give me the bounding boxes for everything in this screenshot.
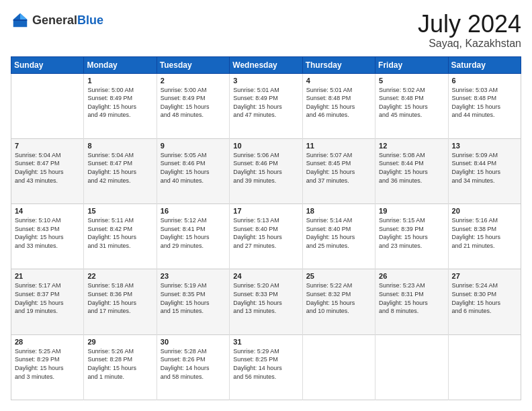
calendar-cell: 6Sunrise: 5:03 AM Sunset: 8:48 PM Daylig…: [448, 73, 521, 138]
calendar-cell: 19Sunrise: 5:15 AM Sunset: 8:39 PM Dayli…: [375, 204, 448, 269]
day-info: Sunrise: 5:07 AM Sunset: 8:45 PM Dayligh…: [306, 151, 371, 185]
calendar-cell: 11Sunrise: 5:07 AM Sunset: 8:45 PM Dayli…: [302, 138, 375, 203]
calendar-cell: 23Sunrise: 5:19 AM Sunset: 8:35 PM Dayli…: [157, 269, 229, 334]
logo-general: General: [32, 13, 77, 27]
calendar-cell: 16Sunrise: 5:12 AM Sunset: 8:41 PM Dayli…: [157, 204, 229, 269]
day-number: 3: [233, 77, 298, 85]
day-number: 13: [452, 142, 517, 150]
day-number: 6: [452, 77, 517, 85]
day-number: 2: [161, 77, 226, 85]
calendar-cell: 29Sunrise: 5:26 AM Sunset: 8:28 PM Dayli…: [84, 334, 157, 400]
day-number: 11: [306, 142, 371, 150]
day-info: Sunrise: 5:08 AM Sunset: 8:44 PM Dayligh…: [379, 151, 444, 185]
col-thursday: Thursday: [302, 56, 375, 73]
logo-icon: [11, 11, 30, 30]
day-info: Sunrise: 5:29 AM Sunset: 8:25 PM Dayligh…: [233, 347, 298, 381]
calendar-cell: 1Sunrise: 5:00 AM Sunset: 8:49 PM Daylig…: [84, 73, 157, 138]
calendar-cell: 21Sunrise: 5:17 AM Sunset: 8:37 PM Dayli…: [11, 269, 84, 334]
day-info: Sunrise: 5:20 AM Sunset: 8:33 PM Dayligh…: [233, 281, 298, 315]
day-info: Sunrise: 5:14 AM Sunset: 8:40 PM Dayligh…: [306, 216, 371, 250]
calendar-cell: 15Sunrise: 5:11 AM Sunset: 8:42 PM Dayli…: [84, 204, 157, 269]
day-number: 28: [15, 338, 80, 346]
day-number: 29: [87, 338, 152, 346]
calendar-cell: 3Sunrise: 5:01 AM Sunset: 8:49 PM Daylig…: [230, 73, 302, 138]
calendar-cell: [302, 334, 375, 400]
day-number: 25: [306, 272, 371, 280]
calendar-cell: 4Sunrise: 5:01 AM Sunset: 8:48 PM Daylig…: [302, 73, 375, 138]
day-number: 24: [233, 272, 298, 280]
day-number: 26: [379, 272, 444, 280]
day-number: 4: [306, 77, 371, 85]
col-friday: Friday: [375, 56, 448, 73]
day-info: Sunrise: 5:25 AM Sunset: 8:29 PM Dayligh…: [15, 347, 80, 381]
day-number: 17: [233, 207, 298, 215]
calendar-cell: [375, 334, 448, 400]
day-info: Sunrise: 5:24 AM Sunset: 8:30 PM Dayligh…: [452, 281, 517, 315]
header: GeneralBlue July 2024 Sayaq, Kazakhstan: [11, 11, 521, 50]
page: GeneralBlue July 2024 Sayaq, Kazakhstan …: [0, 0, 532, 411]
logo-blue: Blue: [77, 13, 103, 27]
day-number: 14: [15, 207, 80, 215]
day-info: Sunrise: 5:10 AM Sunset: 8:43 PM Dayligh…: [15, 216, 80, 250]
calendar-cell: 8Sunrise: 5:04 AM Sunset: 8:47 PM Daylig…: [84, 138, 157, 203]
calendar-cell: [11, 73, 84, 138]
day-number: 30: [161, 338, 226, 346]
location: Sayaq, Kazakhstan: [418, 38, 521, 50]
title-block: July 2024 Sayaq, Kazakhstan: [418, 11, 521, 50]
day-info: Sunrise: 5:26 AM Sunset: 8:28 PM Dayligh…: [87, 347, 152, 381]
calendar-cell: 20Sunrise: 5:16 AM Sunset: 8:38 PM Dayli…: [448, 204, 521, 269]
month-year: July 2024: [418, 11, 521, 38]
calendar-cell: 17Sunrise: 5:13 AM Sunset: 8:40 PM Dayli…: [230, 204, 302, 269]
calendar-cell: 5Sunrise: 5:02 AM Sunset: 8:48 PM Daylig…: [375, 73, 448, 138]
week-row-4: 21Sunrise: 5:17 AM Sunset: 8:37 PM Dayli…: [11, 269, 521, 334]
day-number: 27: [452, 272, 517, 280]
day-number: 21: [15, 272, 80, 280]
calendar-cell: 30Sunrise: 5:28 AM Sunset: 8:26 PM Dayli…: [157, 334, 229, 400]
col-monday: Monday: [84, 56, 157, 73]
calendar-cell: 28Sunrise: 5:25 AM Sunset: 8:29 PM Dayli…: [11, 334, 84, 400]
day-number: 22: [87, 272, 152, 280]
col-sunday: Sunday: [11, 56, 84, 73]
day-info: Sunrise: 5:03 AM Sunset: 8:48 PM Dayligh…: [452, 86, 517, 120]
day-info: Sunrise: 5:12 AM Sunset: 8:41 PM Dayligh…: [161, 216, 226, 250]
day-number: 9: [161, 142, 226, 150]
day-info: Sunrise: 5:18 AM Sunset: 8:36 PM Dayligh…: [87, 281, 152, 315]
calendar-cell: 24Sunrise: 5:20 AM Sunset: 8:33 PM Dayli…: [230, 269, 302, 334]
calendar-cell: 31Sunrise: 5:29 AM Sunset: 8:25 PM Dayli…: [230, 334, 302, 400]
day-info: Sunrise: 5:04 AM Sunset: 8:47 PM Dayligh…: [87, 151, 152, 185]
day-number: 12: [379, 142, 444, 150]
calendar-cell: 2Sunrise: 5:00 AM Sunset: 8:49 PM Daylig…: [157, 73, 229, 138]
day-number: 19: [379, 207, 444, 215]
day-info: Sunrise: 5:23 AM Sunset: 8:31 PM Dayligh…: [379, 281, 444, 315]
day-number: 31: [233, 338, 298, 346]
day-info: Sunrise: 5:01 AM Sunset: 8:48 PM Dayligh…: [306, 86, 371, 120]
day-info: Sunrise: 5:09 AM Sunset: 8:44 PM Dayligh…: [452, 151, 517, 185]
day-info: Sunrise: 5:22 AM Sunset: 8:32 PM Dayligh…: [306, 281, 371, 315]
logo-text: GeneralBlue: [32, 13, 103, 28]
day-info: Sunrise: 5:00 AM Sunset: 8:49 PM Dayligh…: [161, 86, 226, 120]
day-info: Sunrise: 5:28 AM Sunset: 8:26 PM Dayligh…: [161, 347, 226, 381]
calendar-cell: 26Sunrise: 5:23 AM Sunset: 8:31 PM Dayli…: [375, 269, 448, 334]
day-number: 18: [306, 207, 371, 215]
svg-marker-1: [20, 13, 27, 19]
day-number: 20: [452, 207, 517, 215]
week-row-5: 28Sunrise: 5:25 AM Sunset: 8:29 PM Dayli…: [11, 334, 521, 400]
day-info: Sunrise: 5:05 AM Sunset: 8:46 PM Dayligh…: [161, 151, 226, 185]
day-number: 7: [15, 142, 80, 150]
day-number: 16: [161, 207, 226, 215]
day-info: Sunrise: 5:19 AM Sunset: 8:35 PM Dayligh…: [161, 281, 226, 315]
day-info: Sunrise: 5:04 AM Sunset: 8:47 PM Dayligh…: [15, 151, 80, 185]
calendar-cell: 18Sunrise: 5:14 AM Sunset: 8:40 PM Dayli…: [302, 204, 375, 269]
svg-rect-2: [13, 19, 28, 21]
calendar-header-row: Sunday Monday Tuesday Wednesday Thursday…: [11, 56, 521, 73]
calendar-cell: [448, 334, 521, 400]
calendar-cell: 12Sunrise: 5:08 AM Sunset: 8:44 PM Dayli…: [375, 138, 448, 203]
day-info: Sunrise: 5:15 AM Sunset: 8:39 PM Dayligh…: [379, 216, 444, 250]
day-info: Sunrise: 5:11 AM Sunset: 8:42 PM Dayligh…: [87, 216, 152, 250]
calendar-cell: 13Sunrise: 5:09 AM Sunset: 8:44 PM Dayli…: [448, 138, 521, 203]
calendar-cell: 25Sunrise: 5:22 AM Sunset: 8:32 PM Dayli…: [302, 269, 375, 334]
col-wednesday: Wednesday: [230, 56, 302, 73]
calendar-cell: 9Sunrise: 5:05 AM Sunset: 8:46 PM Daylig…: [157, 138, 229, 203]
calendar-table: Sunday Monday Tuesday Wednesday Thursday…: [11, 56, 521, 400]
calendar-cell: 14Sunrise: 5:10 AM Sunset: 8:43 PM Dayli…: [11, 204, 84, 269]
